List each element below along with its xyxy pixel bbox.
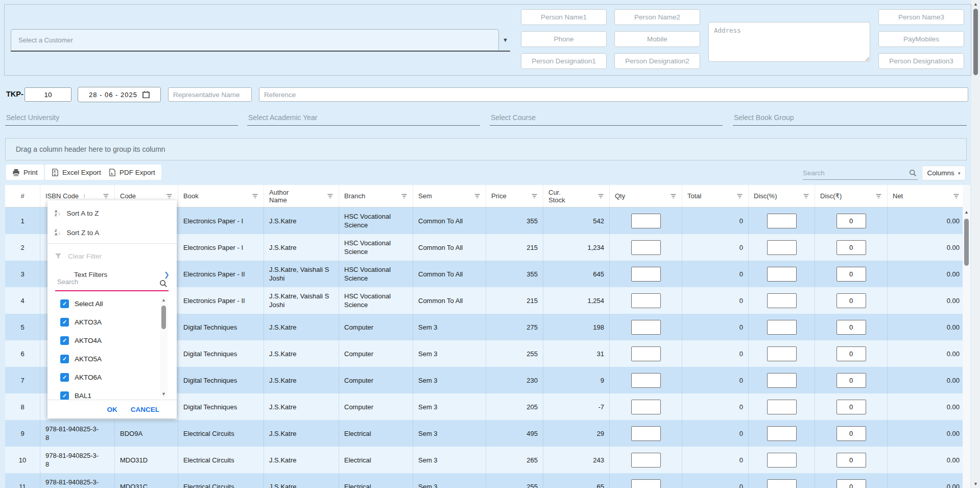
discrs-input[interactable] — [836, 373, 866, 388]
phone-field[interactable] — [521, 31, 607, 47]
mobile-field[interactable] — [614, 31, 700, 47]
filter-value-item[interactable]: ✓Select All — [47, 294, 177, 313]
window-scrollbar-thumb[interactable] — [973, 9, 978, 75]
checkbox-checked-icon[interactable]: ✓ — [60, 299, 69, 308]
filter-scrollbar-thumb[interactable] — [161, 306, 166, 329]
discpct-input[interactable] — [767, 214, 797, 228]
column-header-author[interactable]: Author Name — [264, 185, 339, 207]
qty-input[interactable] — [631, 373, 661, 388]
window-scrollbar[interactable]: ▲ ▼ — [971, 0, 980, 488]
discpct-input[interactable] — [767, 320, 797, 335]
filter-icon[interactable] — [166, 193, 173, 199]
customer-select-input[interactable] — [11, 29, 499, 50]
discpct-input[interactable] — [767, 346, 797, 361]
column-header-price[interactable]: Price — [486, 185, 543, 207]
person-designation2-field[interactable] — [614, 53, 700, 69]
column-header-stock[interactable]: Cur. Stock — [543, 185, 610, 207]
discpct-input[interactable] — [767, 453, 797, 468]
column-header-discrs[interactable]: Disc(₹) — [815, 185, 888, 207]
discrs-input[interactable] — [836, 293, 866, 308]
customer-select[interactable]: ▼ — [11, 29, 510, 52]
chevron-down-icon[interactable]: ▼ — [503, 37, 508, 43]
menu-item-clear-filter[interactable]: Clear Filter — [47, 246, 177, 266]
excel-export-button[interactable]: X Excel Export — [45, 165, 107, 180]
discrs-input[interactable] — [836, 400, 866, 414]
checkbox-checked-icon[interactable]: ✓ — [60, 355, 69, 363]
discpct-input[interactable] — [767, 293, 797, 308]
column-header-branch[interactable]: Branch — [339, 185, 413, 207]
order-number-field[interactable] — [25, 87, 71, 102]
qty-input[interactable] — [631, 346, 661, 361]
select-university[interactable]: Select University — [5, 110, 238, 126]
window-scroll-up-icon[interactable]: ▲ — [971, 2, 980, 7]
qty-input[interactable] — [631, 320, 661, 335]
group-panel-bar[interactable]: Drag a column header here to group its c… — [5, 138, 967, 160]
checkbox-checked-icon[interactable]: ✓ — [60, 391, 69, 400]
discpct-input[interactable] — [767, 479, 797, 488]
column-header-qty[interactable]: Qty — [610, 185, 682, 207]
pdf-export-button[interactable]: PDF Export — [102, 165, 161, 180]
discpct-input[interactable] — [767, 426, 797, 441]
print-button[interactable]: Print — [6, 165, 44, 180]
column-header-total[interactable]: Total — [682, 185, 749, 207]
filter-value-item[interactable]: ✓AKTO6A — [47, 368, 177, 386]
filter-icon[interactable] — [474, 193, 481, 199]
filter-icon[interactable] — [531, 193, 538, 199]
discpct-input[interactable] — [767, 240, 797, 255]
discrs-input[interactable] — [836, 346, 866, 361]
filter-icon[interactable] — [803, 193, 809, 199]
filter-icon[interactable] — [670, 193, 677, 199]
person-designation1-field[interactable] — [521, 53, 607, 69]
filter-icon[interactable] — [252, 193, 258, 199]
select-academic-year[interactable]: Select Academic Year — [247, 110, 480, 126]
person-name3-field[interactable] — [878, 9, 964, 25]
column-header-net[interactable]: Net — [888, 185, 965, 207]
qty-input[interactable] — [631, 453, 661, 468]
filter-value-item[interactable]: ✓AKTO5A — [47, 350, 177, 368]
checkbox-checked-icon[interactable]: ✓ — [60, 318, 69, 327]
discpct-input[interactable] — [767, 373, 797, 388]
filter-value-item[interactable]: ✓BAL1 — [47, 386, 177, 400]
discrs-input[interactable] — [836, 479, 866, 488]
discrs-input[interactable] — [836, 453, 866, 468]
grid-scroll-up-icon[interactable]: ▲ — [963, 210, 970, 215]
checkbox-checked-icon[interactable]: ✓ — [60, 373, 69, 382]
filter-icon[interactable] — [736, 193, 743, 199]
filter-icon[interactable] — [327, 193, 333, 199]
qty-input[interactable] — [631, 479, 661, 488]
discrs-input[interactable] — [836, 214, 866, 228]
person-designation3-field[interactable] — [878, 53, 964, 69]
discpct-input[interactable] — [767, 400, 797, 414]
column-header-sem[interactable]: Sem — [413, 185, 486, 207]
cancel-button[interactable]: CANCEL — [131, 406, 159, 413]
calendar-icon[interactable] — [142, 91, 150, 98]
column-header-book[interactable]: Book — [178, 185, 264, 207]
window-scroll-down-icon[interactable]: ▼ — [971, 481, 980, 486]
filter-icon[interactable] — [103, 193, 109, 199]
menu-item-sort-asc[interactable]: AZ↓ Sort A to Z — [47, 203, 177, 223]
discpct-input[interactable] — [767, 267, 797, 282]
filter-icon[interactable] — [401, 193, 408, 199]
discrs-input[interactable] — [836, 320, 866, 335]
person-name2-field[interactable] — [614, 9, 700, 25]
filter-scroll-down-icon[interactable]: ▼ — [160, 391, 168, 397]
paymobiles-field[interactable] — [878, 31, 964, 47]
order-date-field[interactable]: 28 - 06 - 2025 — [78, 87, 161, 102]
select-book-group[interactable]: Select Book Group — [733, 110, 967, 126]
filter-search-input[interactable] — [55, 278, 152, 286]
checkbox-checked-icon[interactable]: ✓ — [60, 336, 69, 345]
filter-value-item[interactable]: ✓AKTO4A — [47, 331, 177, 350]
filter-icon[interactable] — [597, 193, 604, 199]
reference-field[interactable] — [259, 87, 968, 102]
qty-input[interactable] — [631, 400, 661, 414]
discrs-input[interactable] — [836, 426, 866, 441]
qty-input[interactable] — [631, 426, 661, 441]
column-header-discpct[interactable]: Disc(%) — [749, 185, 815, 207]
representative-name-field[interactable] — [168, 87, 252, 102]
address-field[interactable] — [708, 22, 870, 62]
qty-input[interactable] — [631, 240, 661, 255]
select-course[interactable]: Select Course — [490, 110, 723, 126]
grid-scrollbar[interactable]: ▲ — [963, 185, 970, 488]
discrs-input[interactable] — [836, 267, 866, 282]
filter-scroll-up-icon[interactable]: ▲ — [160, 297, 168, 303]
